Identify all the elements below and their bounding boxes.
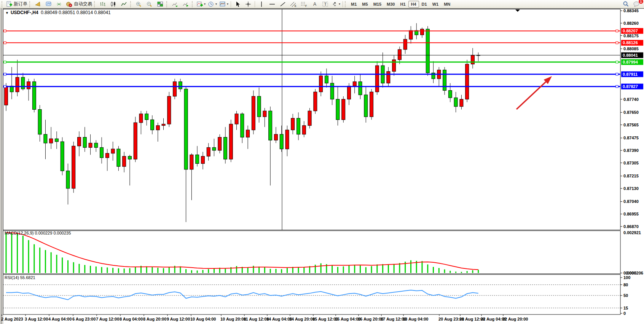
time-axis-label: 4 Aug 04:00: [48, 317, 72, 321]
line-handle[interactable]: [616, 73, 618, 75]
chart-window[interactable]: ▼USDCHF-,H4 0.88049 0.88051 0.88014 0.88…: [0, 8, 644, 324]
price-tag-label: 0.87911: [623, 72, 638, 77]
candle-up: [78, 137, 81, 146]
equidistant-channel-button[interactable]: E: [288, 0, 299, 8]
dropdown-arrow-icon: ▾: [339, 2, 340, 6]
candle-up: [392, 60, 396, 72]
text-button[interactable]: A: [309, 0, 320, 8]
zoom-out-icon: [146, 1, 153, 7]
sound-alert-button[interactable]: [33, 0, 43, 8]
zoom-out-button[interactable]: [144, 0, 155, 8]
auto-scroll-button[interactable]: [170, 0, 180, 8]
candles-icon: [110, 1, 117, 7]
symbol-period-label: USDCHF-,H4: [11, 10, 38, 15]
horn-icon: [35, 1, 41, 7]
chat-button[interactable]: 1: [631, 0, 642, 8]
line-chart-icon: [121, 1, 128, 7]
tab-timeframe-m15[interactable]: M15: [371, 1, 384, 8]
price-tag-label: 0.87994: [623, 60, 638, 64]
line-handle[interactable]: [616, 30, 618, 32]
macd-axis-label: 0.002921: [623, 230, 641, 235]
history-center-button[interactable]: [43, 0, 54, 8]
price-axis-label: 0.88345: [623, 8, 639, 13]
template-button[interactable]: ▾: [218, 0, 230, 8]
price-tag-label: 0.88041: [623, 53, 638, 57]
price-axis-label: 0.87650: [623, 110, 639, 115]
cursor-button[interactable]: [232, 0, 243, 8]
ohlc-values: 0.88049 0.88051 0.88014 0.88041: [41, 10, 111, 15]
svg-text:F: F: [305, 5, 307, 7]
line-handle[interactable]: [616, 61, 618, 63]
line-handle[interactable]: [4, 73, 6, 75]
new-order-label: 新订单: [14, 1, 27, 7]
period-select-button[interactable]: ▾: [207, 0, 218, 8]
price-axis-label: 0.87215: [623, 174, 639, 178]
autotrade-button[interactable]: 自动交易: [65, 0, 93, 8]
candle-up: [398, 49, 401, 60]
line-handle[interactable]: [4, 41, 6, 44]
text-label-icon: T: [322, 1, 329, 7]
tab-timeframe-h1[interactable]: H1: [397, 1, 408, 8]
candle-down: [32, 82, 36, 110]
toolbar-grip: [166, 1, 169, 7]
chart-line-button[interactable]: [119, 0, 129, 8]
add-indicator-button[interactable]: ▾: [195, 0, 207, 8]
candle-down: [184, 89, 188, 169]
vertical-line-button[interactable]: [256, 0, 267, 8]
tab-timeframe-h4[interactable]: H4: [408, 1, 419, 8]
crosshair-button[interactable]: [243, 0, 253, 8]
price-axis-label: 0.86955: [623, 212, 639, 216]
svg-text:E: E: [295, 5, 296, 7]
candle-up: [229, 124, 233, 159]
tab-timeframe-m1[interactable]: M1: [348, 1, 359, 8]
tab-timeframe-w1[interactable]: W1: [430, 1, 442, 8]
line-handle[interactable]: [616, 85, 618, 88]
tab-timeframe-m5[interactable]: M5: [359, 1, 370, 8]
line-handle[interactable]: [616, 41, 618, 44]
candle-up: [246, 130, 250, 137]
tab-timeframe-d1[interactable]: D1: [419, 1, 430, 8]
crosshair-icon: [245, 1, 251, 7]
search-button[interactable]: [620, 0, 631, 8]
tab-timeframe-m30[interactable]: M30: [384, 1, 397, 8]
candle-up: [460, 99, 463, 107]
price-tag-label: 0.88207: [623, 29, 638, 33]
candle-down: [83, 137, 86, 147]
time-axis-label: 6 Aug 23:00: [72, 317, 96, 321]
tab-timeframe-mn[interactable]: MN: [441, 1, 453, 8]
signals-button[interactable]: [54, 0, 65, 8]
candle-up: [49, 139, 53, 143]
candle-down: [336, 99, 340, 120]
candle-up: [235, 114, 238, 124]
rsi-axis-label: 80: [623, 283, 628, 287]
chart-candles-button[interactable]: [108, 0, 119, 8]
candle-down: [297, 118, 300, 134]
trendline-button[interactable]: [277, 0, 288, 8]
price-axis-label: 0.87130: [623, 186, 639, 191]
candle-up: [308, 111, 311, 125]
chart-shift-button[interactable]: [180, 0, 191, 8]
line-handle[interactable]: [4, 61, 6, 63]
candle-down: [325, 76, 328, 83]
macd-axis-label: 0.000206: [626, 271, 643, 275]
fibonacci-button[interactable]: F: [299, 0, 309, 8]
candle-down: [224, 137, 227, 159]
chart-canvas[interactable]: 0.883450.882600.881750.880850.877400.876…: [0, 8, 644, 324]
tile-windows-icon: [157, 1, 164, 7]
text-label-button[interactable]: T: [320, 0, 331, 8]
time-axis-label: 18 Aug 04:00: [403, 317, 428, 321]
chart-bars-button[interactable]: [97, 0, 108, 8]
line-handle[interactable]: [4, 85, 6, 88]
candle-up: [105, 153, 109, 158]
collapse-arrow-icon[interactable]: ▼: [5, 11, 9, 15]
new-order-button[interactable]: 新订单: [5, 0, 29, 8]
ohlc-bars-icon: [99, 1, 106, 7]
candle-down: [443, 70, 446, 91]
candle-down: [448, 91, 452, 98]
zoom-in-button[interactable]: [134, 0, 144, 8]
candle-up: [201, 156, 204, 163]
line-handle[interactable]: [4, 30, 6, 32]
horizontal-line-button[interactable]: [267, 0, 277, 8]
tile-windows-button[interactable]: [155, 0, 166, 8]
shapes-button[interactable]: ▾: [331, 0, 341, 8]
